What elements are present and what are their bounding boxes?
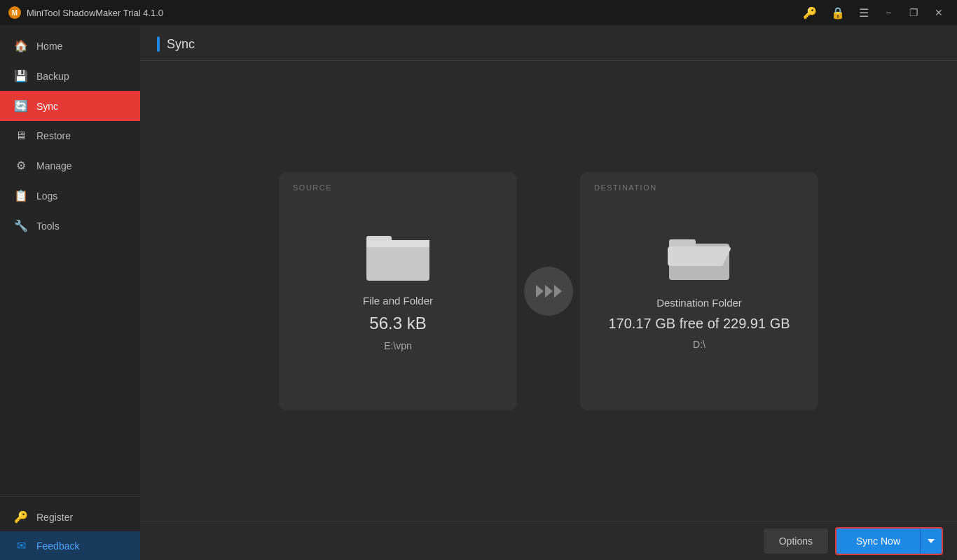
app-logo: M [8, 6, 21, 19]
source-file-type: File and Folder [363, 295, 433, 307]
sidebar-label-register: Register [36, 512, 73, 523]
sidebar-label-feedback: Feedback [36, 540, 79, 552]
sidebar-item-register[interactable]: 🔑 Register [0, 503, 140, 531]
sidebar: 🏠 Home 💾 Backup 🔄 Sync 🖥 Restore ⚙ Manag… [0, 25, 140, 560]
manage-icon: ⚙ [14, 159, 28, 172]
source-path: E:\vpn [384, 340, 412, 351]
sync-now-button[interactable]: Sync Now [836, 528, 920, 554]
sidebar-label-home: Home [36, 41, 62, 52]
sidebar-item-manage[interactable]: ⚙ Manage [0, 150, 140, 181]
sidebar-label-logs: Logs [36, 190, 57, 202]
logs-icon: 📋 [14, 189, 28, 202]
destination-label: DESTINATION [594, 183, 657, 192]
sync-area: SOURCE File and Folder 56.3 kB E:\vpn [140, 61, 957, 521]
titlebar-controls: 🔑 🔒 ☰ − ❐ ✕ [799, 3, 949, 22]
sidebar-item-restore[interactable]: 🖥 Restore [0, 121, 140, 150]
key-icon[interactable]: 🔑 [799, 4, 821, 22]
menu-icon[interactable]: ☰ [855, 4, 873, 22]
destination-description: Destination Folder [656, 297, 742, 309]
dropdown-arrow-icon [928, 539, 935, 543]
feedback-mail-icon: ✉ [14, 539, 28, 552]
close-button[interactable]: ✕ [929, 3, 949, 22]
sidebar-label-sync: Sync [36, 101, 58, 112]
svg-rect-2 [366, 240, 429, 247]
sidebar-bottom: 🔑 Register ✉ Feedback [0, 496, 140, 560]
app-title: MiniTool ShadowMaker Trial 4.1.0 [27, 8, 163, 18]
register-key-icon: 🔑 [14, 510, 28, 524]
source-size: 56.3 kB [369, 314, 426, 333]
sidebar-item-backup[interactable]: 💾 Backup [0, 61, 140, 91]
source-folder-icon [366, 230, 429, 281]
sync-arrow [524, 267, 573, 316]
chevron-1 [536, 285, 544, 298]
sidebar-label-restore: Restore [36, 130, 71, 141]
lock-icon[interactable]: 🔒 [827, 4, 849, 22]
restore-button[interactable]: ❐ [904, 3, 923, 22]
destination-folder-icon [668, 232, 731, 283]
sync-now-wrapper: Sync Now [835, 527, 943, 555]
chevron-3 [554, 285, 562, 298]
sync-now-dropdown-button[interactable] [920, 528, 942, 554]
destination-card[interactable]: DESTINATION Destination Folder 170.17 GB… [580, 172, 818, 410]
sidebar-item-tools[interactable]: 🔧 Tools [0, 211, 140, 241]
source-label: SOURCE [293, 183, 332, 192]
sidebar-item-logs[interactable]: 📋 Logs [0, 181, 140, 211]
options-button[interactable]: Options [764, 528, 828, 554]
page-title: Sync [167, 37, 195, 52]
sidebar-label-manage: Manage [36, 160, 72, 172]
sync-icon: 🔄 [14, 99, 28, 113]
page-header: Sync [140, 25, 957, 61]
chevron-2 [545, 285, 553, 298]
sidebar-item-home[interactable]: 🏠 Home [0, 31, 140, 61]
source-card[interactable]: SOURCE File and Folder 56.3 kB E:\vpn [279, 172, 517, 410]
sidebar-label-tools: Tools [36, 220, 60, 232]
destination-path: D:\ [693, 339, 705, 350]
home-icon: 🏠 [14, 39, 28, 52]
titlebar-left: M MiniTool ShadowMaker Trial 4.1.0 [8, 6, 163, 19]
main-content: Sync SOURCE File and Folder 56.3 kB E:\v… [140, 25, 957, 560]
sidebar-nav: 🏠 Home 💾 Backup 🔄 Sync 🖥 Restore ⚙ Manag… [0, 25, 140, 496]
app-body: 🏠 Home 💾 Backup 🔄 Sync 🖥 Restore ⚙ Manag… [0, 25, 957, 560]
restore-icon: 🖥 [14, 130, 28, 142]
sidebar-item-feedback[interactable]: ✉ Feedback [0, 531, 140, 560]
sidebar-item-sync[interactable]: 🔄 Sync [0, 91, 140, 121]
titlebar: M MiniTool ShadowMaker Trial 4.1.0 🔑 🔒 ☰… [0, 0, 957, 25]
tools-icon: 🔧 [14, 219, 28, 232]
sidebar-label-backup: Backup [36, 71, 69, 82]
bottom-bar: Options Sync Now [140, 521, 957, 560]
minimize-button[interactable]: − [879, 3, 898, 22]
arrow-chevrons [536, 285, 562, 298]
destination-free-space: 170.17 GB free of 229.91 GB [608, 316, 790, 332]
backup-icon: 💾 [14, 69, 28, 83]
header-accent-bar [157, 36, 160, 52]
